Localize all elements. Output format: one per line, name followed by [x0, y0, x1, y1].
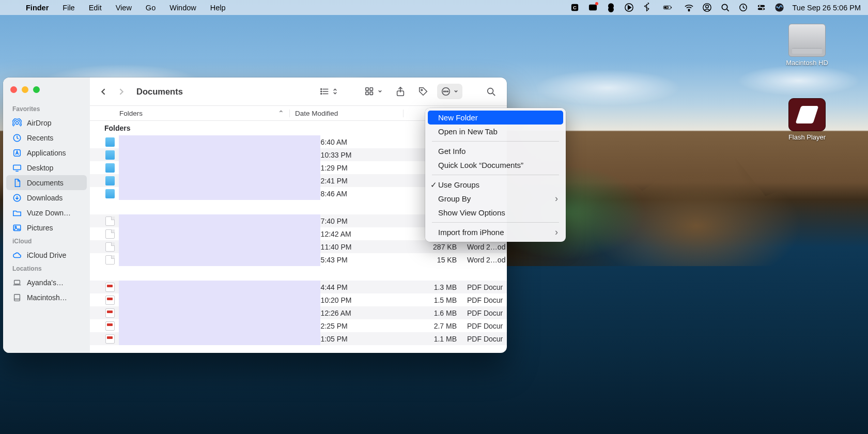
zoom-button[interactable] [33, 86, 40, 93]
file-row[interactable]: 2021 at 11:40 PM287 KBWord 2…od [90, 240, 507, 253]
close-button[interactable] [10, 86, 17, 93]
spotlight-icon[interactable] [720, 3, 730, 12]
sidebar-item-pictures[interactable]: Pictures [6, 220, 87, 235]
svg-point-38 [443, 91, 444, 92]
siri-icon[interactable] [774, 3, 784, 12]
menu-file[interactable]: File [58, 4, 79, 12]
file-row[interactable]: 2020 at 5:43 PM15 KBWord 2…od [90, 253, 507, 266]
folder-icon [105, 163, 115, 173]
sidebar-item-icloud-drive[interactable]: iCloud Drive [6, 247, 87, 262]
folder-icon [12, 208, 22, 218]
menu-item-quick-look-documents-[interactable]: Quick Look “Documents” [428, 158, 563, 172]
svg-rect-14 [757, 5, 764, 7]
file-row[interactable]: 2021 at 4:44 PM1.3 MBPDF Docur [90, 281, 507, 293]
forward-button[interactable] [113, 84, 129, 99]
svg-point-19 [16, 121, 18, 124]
wifi-icon[interactable] [684, 3, 694, 12]
desktop-icon-flash-player[interactable]: Flash Player [781, 98, 833, 141]
menu-window[interactable]: Window [165, 4, 201, 12]
control-center-icon[interactable] [756, 3, 766, 12]
svg-point-39 [445, 91, 446, 92]
back-button[interactable] [95, 84, 112, 99]
menu-app-name[interactable]: Finder [21, 4, 53, 12]
view-list-button[interactable] [316, 84, 342, 99]
folder-icon [105, 176, 115, 185]
download-icon [12, 193, 22, 203]
sidebar-item-ayanda-s-[interactable]: Ayanda's… [6, 275, 87, 290]
group-button[interactable] [361, 84, 386, 99]
desktop-icon-macintosh-hd[interactable]: Macintosh HD [781, 24, 833, 67]
sidebar-item-label: Documents [27, 179, 64, 187]
file-row[interactable]: 2020 at 10:20 PM1.5 MBPDF Docur [90, 293, 507, 306]
column-date[interactable]: Date Modified [289, 110, 403, 117]
sidebar-item-documents[interactable]: Documents [6, 175, 87, 190]
cell-date: 2022 at 6:40 AM [289, 138, 403, 146]
pdf-icon [105, 334, 115, 344]
more-button[interactable] [437, 84, 462, 99]
cell-size: 15 KB [403, 256, 462, 264]
sidebar-item-downloads[interactable]: Downloads [6, 190, 87, 205]
svg-point-17 [762, 8, 764, 10]
cell-size: 1.6 MB [403, 309, 462, 317]
folder-icon [105, 150, 115, 160]
share-button[interactable] [392, 84, 409, 99]
cell-kind: PDF Docur [462, 335, 507, 343]
tag-button[interactable] [414, 84, 432, 99]
svg-rect-22 [13, 165, 21, 169]
menubar-datetime[interactable]: Tue Sep 26 5:06 PM [793, 4, 861, 12]
flash-icon [788, 98, 826, 131]
cell-kind: PDF Docur [462, 296, 507, 304]
sidebar-item-airdrop[interactable]: AirDrop [6, 115, 87, 130]
menu-item-open-in-new-tab[interactable]: Open in New Tab [428, 125, 563, 138]
sidebar-item-macintosh-[interactable]: Macintosh… [6, 290, 87, 305]
apple-menu[interactable] [7, 4, 17, 12]
battery-icon[interactable] [660, 3, 676, 12]
column-name[interactable]: Folders⌃ [90, 110, 289, 117]
sidebar-item-applications[interactable]: Applications [6, 145, 87, 160]
menu-item-new-folder[interactable]: New Folder [428, 111, 563, 125]
svg-rect-2 [588, 5, 596, 10]
menu-item-use-groups[interactable]: Use Groups [428, 178, 563, 192]
folder-icon [105, 189, 115, 198]
pdf-icon [105, 308, 115, 318]
cell-date: 2022 at 2:41 PM [289, 177, 403, 185]
file-row[interactable]: 2020 at 1:05 PM1.1 MBPDF Docur [90, 332, 507, 345]
svg-point-9 [688, 10, 689, 11]
menu-edit[interactable]: Edit [84, 4, 106, 12]
cell-date: 2020 at 12:26 AM [289, 309, 403, 317]
creative-cloud-icon[interactable] [606, 3, 616, 12]
sidebar-item-vuze-down-[interactable]: Vuze Down… [6, 205, 87, 220]
search-button[interactable] [482, 84, 500, 99]
minimize-button[interactable] [22, 86, 28, 93]
hdd-icon [788, 24, 826, 57]
menu-item-show-view-options[interactable]: Show View Options [428, 206, 563, 220]
menu-item-get-info[interactable]: Get Info [428, 144, 563, 158]
cell-date: 2021 at 7:40 PM [289, 217, 403, 225]
menubar: Finder File Edit View Go Window Help C T… [0, 0, 868, 15]
sidebar-item-recents[interactable]: Recents [6, 130, 87, 145]
bluetooth-icon[interactable] [642, 3, 652, 12]
svg-point-36 [421, 89, 423, 91]
menu-view[interactable]: View [111, 4, 136, 12]
menu-item-import-from-iphone[interactable]: Import from iPhone [428, 225, 563, 239]
laptop-icon [12, 278, 22, 287]
menu-go[interactable]: Go [141, 4, 160, 12]
sidebar-item-desktop[interactable]: Desktop [6, 160, 87, 175]
cell-date: 2020 at 1:05 PM [289, 335, 403, 343]
sort-caret-icon: ⌃ [278, 109, 284, 117]
menubar-extra-icon[interactable]: C [570, 3, 580, 12]
menubar-extra-icon[interactable] [588, 3, 598, 12]
menu-item-group-by[interactable]: Group By [428, 192, 563, 206]
file-row[interactable]: 2020 at 12:26 AM1.6 MBPDF Docur [90, 306, 507, 319]
context-menu: New FolderOpen in New TabGet InfoQuick L… [425, 108, 566, 242]
cell-date: 2021 at 4:44 PM [289, 283, 403, 291]
menu-help[interactable]: Help [206, 4, 230, 12]
cell-size: 1.1 MB [403, 335, 462, 343]
file-row[interactable]: 2020 at 2:25 PM2.7 MBPDF Docur [90, 319, 507, 332]
play-icon[interactable] [624, 3, 634, 12]
user-icon[interactable] [702, 3, 712, 12]
svg-rect-26 [14, 280, 20, 284]
svg-rect-7 [671, 7, 672, 8]
timemachine-icon[interactable] [738, 3, 748, 12]
svg-rect-33 [366, 92, 368, 95]
